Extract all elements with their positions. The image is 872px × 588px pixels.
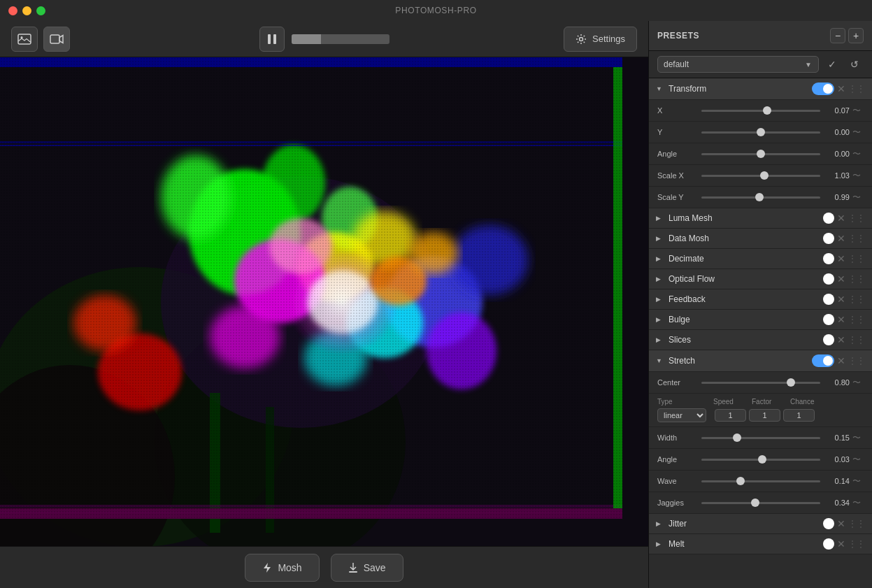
slider-center-thumb[interactable] — [787, 378, 795, 387]
effect-item-data-mosh[interactable]: ▶ Data Mosh ✕ ⋮⋮ — [649, 229, 872, 249]
effect-remove-2[interactable]: ✕ — [837, 253, 845, 264]
bottom-effect-name-1: Melt — [669, 539, 823, 549]
pause-button[interactable] — [259, 27, 285, 52]
slider-x-thumb[interactable] — [763, 106, 771, 115]
effect-drag-2[interactable]: ⋮⋮ — [848, 254, 865, 264]
settings-button[interactable]: Settings — [564, 27, 637, 52]
factor-input[interactable] — [749, 409, 780, 422]
transform-drag-handle[interactable]: ⋮⋮ — [848, 84, 865, 94]
bottom-effect-remove-0[interactable]: ✕ — [837, 518, 845, 529]
effect-item-luma-mesh[interactable]: ▶ Luma Mesh ✕ ⋮⋮ — [649, 208, 872, 229]
randomize-jaggies-icon[interactable]: 〜 — [850, 496, 864, 510]
presets-minus-button[interactable]: − — [830, 28, 845, 43]
slider-center-track[interactable] — [701, 382, 820, 384]
effect-drag-0[interactable]: ⋮⋮ — [848, 213, 865, 223]
effect-toggle-0[interactable] — [823, 213, 834, 224]
bottom-effect-toggle-1[interactable] — [823, 538, 834, 550]
bottom-effect-melt[interactable]: ▶ Melt ✕ ⋮⋮ — [649, 534, 872, 554]
app-title: PHOTOMOSH-PRO — [395, 6, 476, 15]
effect-item-feedback[interactable]: ▶ Feedback ✕ ⋮⋮ — [649, 289, 872, 310]
effect-name-1: Data Mosh — [669, 234, 823, 243]
slider-width-track[interactable] — [701, 437, 820, 439]
video-mode-button[interactable] — [43, 27, 70, 52]
maximize-button[interactable] — [36, 6, 45, 15]
effect-remove-1[interactable]: ✕ — [837, 233, 845, 244]
effect-item-bulge[interactable]: ▶ Bulge ✕ ⋮⋮ — [649, 310, 872, 330]
effect-remove-3[interactable]: ✕ — [837, 273, 845, 285]
speed-input[interactable] — [715, 409, 746, 422]
bottom-effect-drag-0[interactable]: ⋮⋮ — [848, 519, 865, 529]
effect-drag-1[interactable]: ⋮⋮ — [848, 234, 865, 243]
effect-toggle-4[interactable] — [823, 294, 834, 305]
slider-angle-track[interactable] — [701, 153, 820, 155]
stretch-drag-handle[interactable]: ⋮⋮ — [848, 356, 865, 366]
randomize-y-icon[interactable]: 〜 — [850, 125, 864, 139]
effect-toggle-6[interactable] — [823, 334, 834, 345]
effect-toggle-3[interactable] — [823, 273, 834, 285]
preset-reset-button[interactable]: ↺ — [845, 55, 864, 73]
stretch-remove-icon[interactable]: ✕ — [837, 355, 845, 366]
transform-section-header[interactable]: ▼ Transform ✕ ⋮⋮ — [649, 78, 872, 100]
randomize-wave-icon[interactable]: 〜 — [850, 474, 864, 488]
slider-angle-stretch-track[interactable] — [701, 459, 820, 461]
slider-wave-track[interactable] — [701, 480, 820, 482]
close-button[interactable] — [8, 6, 17, 15]
slider-x-track[interactable] — [701, 110, 820, 112]
effect-remove-0[interactable]: ✕ — [837, 213, 845, 224]
randomize-angle-stretch-icon[interactable]: 〜 — [850, 452, 864, 466]
slider-width-thumb[interactable] — [733, 433, 741, 442]
transform-toggle[interactable] — [812, 83, 834, 95]
slider-scalex-thumb[interactable] — [760, 171, 769, 180]
presets-plus-button[interactable]: + — [848, 28, 864, 43]
slider-y-thumb[interactable] — [757, 128, 765, 136]
slider-scaley-thumb[interactable] — [755, 193, 764, 201]
effect-remove-5[interactable]: ✕ — [837, 314, 845, 325]
effect-toggle-2[interactable] — [823, 253, 834, 264]
stretch-toggle[interactable] — [812, 354, 834, 367]
bottom-effect-drag-1[interactable]: ⋮⋮ — [848, 539, 865, 549]
effect-drag-3[interactable]: ⋮⋮ — [848, 274, 865, 284]
randomize-width-icon[interactable]: 〜 — [850, 431, 864, 445]
effect-drag-4[interactable]: ⋮⋮ — [848, 294, 865, 304]
randomize-scaley-icon[interactable]: 〜 — [850, 190, 864, 204]
slider-scalex-track[interactable] — [701, 175, 820, 177]
randomize-scalex-icon[interactable]: 〜 — [850, 168, 864, 182]
slider-y-track[interactable] — [701, 131, 820, 134]
slider-scaley-track[interactable] — [701, 196, 820, 199]
stretch-section-header[interactable]: ▼ Stretch ✕ ⋮⋮ — [649, 350, 872, 372]
slider-angle-stretch-thumb[interactable] — [758, 455, 766, 464]
effect-drag-6[interactable]: ⋮⋮ — [848, 335, 865, 345]
effect-drag-5[interactable]: ⋮⋮ — [848, 315, 865, 324]
effect-item-decimate[interactable]: ▶ Decimate ✕ ⋮⋮ — [649, 249, 872, 269]
bottom-effect-toggle-0[interactable] — [823, 518, 834, 529]
effect-item-slices[interactable]: ▶ Slices ✕ ⋮⋮ — [649, 330, 872, 350]
slider-angle-value: 0.00 — [826, 150, 850, 158]
bottom-effect-jitter[interactable]: ▶ Jitter ✕ ⋮⋮ — [649, 514, 872, 534]
effect-remove-6[interactable]: ✕ — [837, 334, 845, 345]
slider-wave-thumb[interactable] — [736, 477, 745, 485]
type-select[interactable]: linear — [657, 408, 706, 422]
mosh-button[interactable]: Mosh — [245, 554, 319, 582]
chance-input[interactable] — [783, 409, 815, 422]
image-mode-button[interactable] — [11, 27, 38, 52]
effect-items-list: ▶ Luma Mesh ✕ ⋮⋮ ▶ Data Mosh ✕ ⋮⋮ ▶ Deci… — [649, 208, 872, 350]
slider-scalex-label: Scale X — [657, 171, 696, 180]
settings-label: Settings — [592, 34, 625, 44]
bottom-effect-remove-1[interactable]: ✕ — [837, 538, 845, 550]
effect-item-optical-flow[interactable]: ▶ Optical Flow ✕ ⋮⋮ — [649, 269, 872, 289]
slider-jaggies-thumb[interactable] — [751, 499, 759, 507]
effect-toggle-1[interactable] — [823, 233, 834, 244]
progress-bar[interactable] — [292, 34, 389, 44]
randomize-center-icon[interactable]: 〜 — [850, 375, 864, 389]
presets-dropdown[interactable]: default — [657, 56, 819, 73]
slider-angle-thumb[interactable] — [757, 150, 765, 158]
transform-remove-icon[interactable]: ✕ — [837, 83, 845, 94]
preset-check-button[interactable]: ✓ — [823, 55, 841, 73]
slider-jaggies-track[interactable] — [701, 502, 820, 504]
randomize-angle-icon[interactable]: 〜 — [850, 147, 864, 161]
minimize-button[interactable] — [22, 6, 31, 15]
effect-remove-4[interactable]: ✕ — [837, 294, 845, 305]
randomize-x-icon[interactable]: 〜 — [850, 103, 864, 117]
effect-toggle-5[interactable] — [823, 314, 834, 325]
save-button[interactable]: Save — [331, 554, 403, 582]
